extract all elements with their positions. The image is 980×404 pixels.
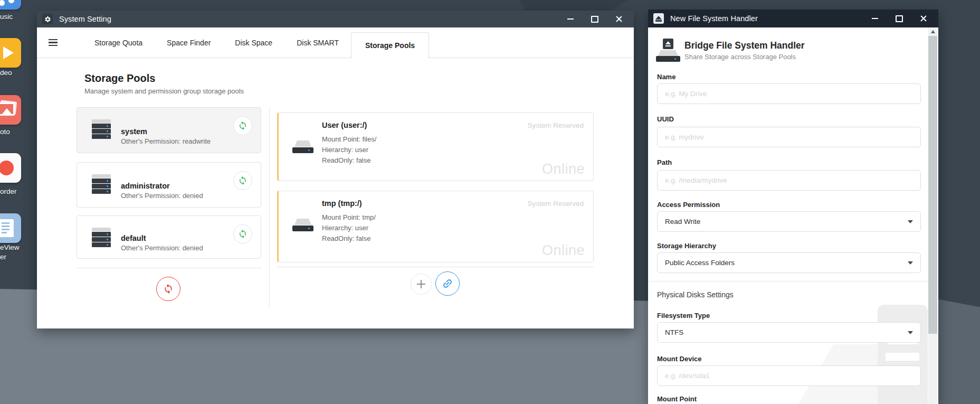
pool-card-default[interactable]: default Other's Permission: denied <box>77 215 261 259</box>
handler-mount-point: Mount Point: tmp/ <box>322 213 376 221</box>
server-icon <box>92 119 111 139</box>
refresh-pools-button[interactable] <box>156 277 180 301</box>
handler-readonly: ReadOnly: false <box>322 234 371 242</box>
handler-mount-point: Mount Point: files/ <box>322 135 376 143</box>
handler-type-title: Bridge File System Handler <box>684 40 805 51</box>
eject-icon <box>653 13 664 24</box>
minimize-button[interactable] <box>871 14 879 23</box>
bridge-drive-icon <box>656 39 680 62</box>
menu-icon[interactable] <box>49 27 70 58</box>
tab-disk-smart[interactable]: Disk SMART <box>284 27 351 58</box>
pool-sync-button[interactable] <box>233 116 252 135</box>
pool-permission: Other's Permission: denied <box>121 244 203 252</box>
pool-card-system[interactable]: system Other's Permission: readwrite <box>77 107 261 153</box>
system-setting-titlebar[interactable]: System Setting <box>37 11 634 27</box>
drive-icon <box>292 140 313 153</box>
storage-hierarchy-value: Public Access Folders <box>665 259 735 267</box>
pool-permission: Other's Permission: denied <box>121 192 203 200</box>
status-online: Online <box>542 161 585 177</box>
music-app-label: usic <box>0 13 13 21</box>
window-title: New File System Handler <box>670 14 758 23</box>
pool-name: default <box>121 234 203 242</box>
sync-icon <box>238 176 248 185</box>
pool-sync-button[interactable] <box>233 224 252 243</box>
photo-app-icon[interactable] <box>0 95 21 125</box>
scrollbar-thumb[interactable] <box>928 36 937 334</box>
music-app-icon[interactable] <box>0 0 21 10</box>
chevron-down-icon <box>908 331 913 334</box>
uuid-label: UUID <box>657 115 674 123</box>
divider <box>277 267 594 267</box>
pool-sync-button[interactable] <box>233 171 252 190</box>
minimize-button[interactable] <box>566 15 575 23</box>
system-reserved-badge: System Reserved <box>527 200 584 208</box>
close-button[interactable] <box>919 14 928 23</box>
close-button[interactable] <box>615 15 623 23</box>
name-label: Name <box>657 73 675 81</box>
maximize-button[interactable] <box>591 15 599 23</box>
system-reserved-badge: System Reserved <box>527 121 584 129</box>
tab-disk-space[interactable]: Disk Space <box>223 27 284 58</box>
tab-storage-quota[interactable]: Storage Quota <box>82 27 155 58</box>
access-permission-label: Access Permission <box>657 201 720 209</box>
watermark-drive-icon <box>886 353 919 361</box>
path-label: Path <box>657 158 672 166</box>
link-icon <box>439 275 455 292</box>
new-handler-form: Bridge File System Handler Share Storage… <box>648 27 938 404</box>
link-handler-button[interactable] <box>435 271 460 296</box>
drive-icon <box>292 219 313 231</box>
scrollbar[interactable] <box>928 27 937 404</box>
pool-name: system <box>121 127 211 136</box>
path-input[interactable] <box>657 170 921 191</box>
sync-icon <box>238 229 248 239</box>
new-handler-titlebar[interactable]: New File System Handler <box>648 10 938 27</box>
recorder-app-label: order <box>0 187 17 195</box>
plus-icon <box>421 280 422 288</box>
chevron-down-icon <box>908 220 913 223</box>
handler-card-user[interactable]: User (user:/) System Reserved Mount Poin… <box>277 112 594 181</box>
name-input[interactable] <box>657 83 921 104</box>
system-setting-window: System Setting Storage Quota Space Finde… <box>37 11 634 328</box>
divider <box>77 268 261 268</box>
pool-card-administrator[interactable]: administrator Other's Permission: denied <box>77 162 261 208</box>
column-divider <box>269 107 270 308</box>
sync-icon <box>238 121 248 130</box>
access-permission-select[interactable]: Read Write <box>657 211 921 232</box>
add-handler-button[interactable] <box>411 274 432 295</box>
storage-hierarchy-label: Storage Hierarchy <box>657 242 716 250</box>
pool-name: administrator <box>121 182 203 190</box>
chevron-up-icon <box>931 30 935 33</box>
filesystem-type-value: NTFS <box>665 328 683 336</box>
scroll-up-button[interactable] <box>928 27 937 36</box>
page-subtitle: Manage system and permission group stora… <box>84 87 244 95</box>
storage-hierarchy-select[interactable]: Public Access Folders <box>657 252 921 273</box>
handler-title: User (user:/) <box>322 121 367 129</box>
window-title: System Setting <box>59 15 111 23</box>
server-icon <box>92 174 111 194</box>
access-permission-value: Read Write <box>665 218 700 226</box>
uuid-input[interactable] <box>657 127 921 147</box>
handler-hierarchy: Hierarchy: user <box>322 146 368 154</box>
filesystem-type-select[interactable]: NTFS <box>657 322 921 343</box>
handler-hierarchy: Hierarchy: user <box>322 224 368 232</box>
tab-space-finder[interactable]: Space Finder <box>155 27 223 58</box>
page-title: Storage Pools <box>84 72 155 84</box>
divider <box>648 281 938 281</box>
mount-device-input[interactable] <box>657 365 921 386</box>
status-online: Online <box>542 242 585 259</box>
viewer-app-icon[interactable] <box>0 213 21 243</box>
chevron-down-icon <box>908 261 913 265</box>
handler-card-tmp[interactable]: tmp (tmp:/) System Reserved Mount Point:… <box>277 191 594 262</box>
recorder-app-icon[interactable] <box>0 153 21 183</box>
handler-type-subtitle: Share Storage across Storage Pools <box>684 53 796 61</box>
mount-point-label: Mount Point <box>657 395 697 403</box>
desktop: usic deo oto order eView er System Setti… <box>0 0 980 404</box>
video-app-label: deo <box>0 69 12 77</box>
viewer-app-label-line2: er <box>0 253 6 261</box>
handler-title: tmp (tmp:/) <box>322 199 362 208</box>
maximize-button[interactable] <box>895 14 903 23</box>
video-app-icon[interactable] <box>0 38 21 68</box>
photo-app-label: oto <box>0 128 10 136</box>
tab-storage-pools[interactable]: Storage Pools <box>351 32 429 58</box>
new-file-system-handler-window: New File System Handler Bridge File Syst… <box>648 10 938 404</box>
